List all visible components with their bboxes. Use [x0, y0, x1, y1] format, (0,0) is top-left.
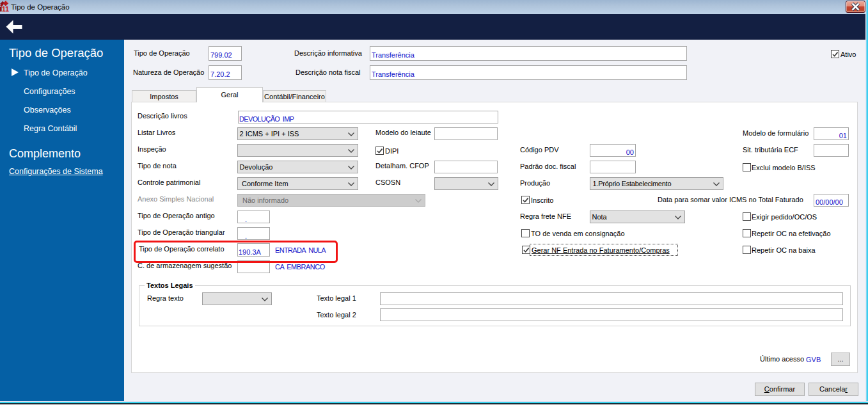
svg-text:11: 11	[2, 5, 9, 12]
